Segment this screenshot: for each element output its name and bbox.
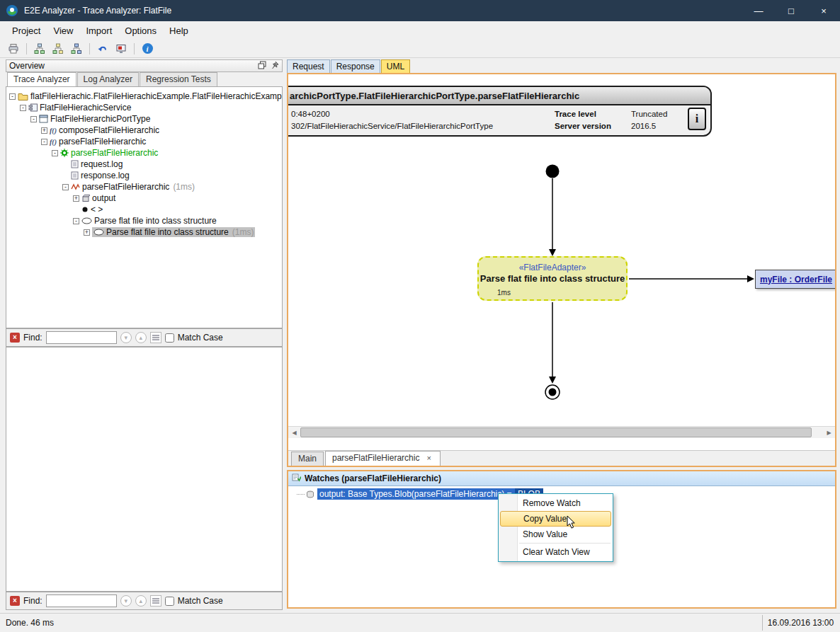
tree-item-parse-action-instance[interactable]: + Parse flat file into class structure (… bbox=[6, 226, 282, 238]
object-node-myfile[interactable]: myFile : OrderFile bbox=[755, 270, 835, 289]
menu-separator bbox=[519, 543, 611, 544]
match-case-checkbox[interactable] bbox=[165, 333, 174, 343]
info-glyph: i bbox=[142, 43, 153, 54]
screen-icon[interactable] bbox=[113, 41, 129, 57]
menu-item-show-value[interactable]: Show Value bbox=[499, 527, 613, 542]
initial-node bbox=[546, 165, 560, 178]
doc-tab-main[interactable]: Main bbox=[291, 452, 324, 466]
activity-node-parse[interactable]: «FlatFileAdapter» Parse flat file into c… bbox=[477, 256, 628, 301]
menu-item-remove-watch[interactable]: Remove Watch bbox=[499, 495, 613, 511]
menu-item-copy-value[interactable]: Copy Value bbox=[500, 511, 611, 527]
trace-overview-icon[interactable] bbox=[32, 41, 47, 57]
overview-panel: Overview Trace Analyzer Log Analyzer Reg… bbox=[6, 59, 283, 611]
app-icon bbox=[6, 4, 18, 17]
tree-item-parse-operation[interactable]: - f() parseFlatFileHierarchic bbox=[6, 136, 282, 147]
uml-diagram-canvas[interactable]: archicPortType.FlatFileHierarchicPortTyp… bbox=[288, 74, 835, 438]
undo-icon[interactable] bbox=[95, 41, 110, 57]
expander-icon[interactable]: - bbox=[62, 184, 69, 190]
tree-item-label: response.log bbox=[81, 171, 130, 180]
print-icon[interactable] bbox=[6, 41, 21, 57]
close-tab-icon[interactable]: × bbox=[424, 453, 433, 463]
doc-tab-parse[interactable]: parseFlatFileHierarchic × bbox=[325, 451, 441, 466]
expander-icon[interactable]: - bbox=[30, 116, 37, 122]
overview-tabs: Trace Analyzer Log Analyzer Regression T… bbox=[6, 72, 283, 86]
tab-uml[interactable]: UML bbox=[381, 59, 410, 73]
scrollbar-thumb[interactable] bbox=[300, 427, 812, 437]
menu-view[interactable]: View bbox=[47, 23, 79, 39]
find-next-icon[interactable]: ▾ bbox=[120, 595, 132, 607]
tree-item-porttype[interactable]: - FlatFileHierarchicPortType bbox=[6, 113, 282, 125]
menu-import[interactable]: Import bbox=[79, 23, 118, 39]
tree-item-label: parseFlatFileHierarchic bbox=[59, 137, 146, 146]
find-prev-icon[interactable]: ▴ bbox=[135, 332, 147, 343]
info-detail-button[interactable]: i bbox=[688, 108, 706, 130]
maximize-button[interactable]: □ bbox=[775, 0, 807, 21]
tree-item-parse-active[interactable]: - parseFlatFileHierarchic bbox=[6, 147, 282, 159]
window-title: E2E Analyzer - Trace Analyzer: FlatFile bbox=[24, 6, 171, 16]
tree-item-label: Parse flat file into class structure bbox=[106, 227, 229, 237]
object-label: myFile : OrderFile bbox=[760, 275, 832, 285]
menu-project[interactable]: Project bbox=[6, 23, 47, 39]
tree-item-compose-operation[interactable]: + f() composeFlatFileHierarchic bbox=[6, 125, 282, 136]
find-input[interactable] bbox=[46, 594, 117, 607]
tree-item-duration: (1ms) bbox=[232, 227, 254, 237]
horizontal-scrollbar[interactable]: ◀ ▶ bbox=[288, 426, 835, 438]
trace-import-icon[interactable] bbox=[50, 41, 66, 57]
scroll-right-icon[interactable]: ▶ bbox=[823, 427, 835, 438]
action-icon bbox=[81, 217, 92, 224]
tree-item-empty-tag[interactable]: < > bbox=[6, 204, 282, 215]
tab-regression-tests[interactable]: Regression Tests bbox=[140, 72, 217, 86]
scroll-left-icon[interactable]: ◀ bbox=[288, 427, 300, 438]
expander-icon[interactable]: + bbox=[41, 127, 47, 134]
status-datetime: 16.09.2016 13:00 bbox=[762, 615, 839, 631]
porttype-icon bbox=[39, 115, 48, 123]
overview-header: Overview bbox=[6, 59, 283, 72]
find-prev-icon[interactable]: ▴ bbox=[135, 595, 147, 607]
tree-item-output[interactable]: + output bbox=[6, 193, 282, 204]
menu-options[interactable]: Options bbox=[118, 23, 163, 39]
menu-item-clear-watch-view[interactable]: Clear Watch View bbox=[499, 544, 613, 560]
float-panel-icon[interactable] bbox=[258, 61, 266, 71]
tree-item-service[interactable]: - FlatFileHierachicService bbox=[6, 102, 282, 113]
expander-icon[interactable]: + bbox=[84, 229, 90, 236]
trace-signal-icon bbox=[71, 183, 80, 191]
trace-level-value: Truncated bbox=[631, 110, 682, 118]
close-button[interactable]: × bbox=[807, 0, 840, 21]
tab-request[interactable]: Request bbox=[287, 59, 330, 73]
tab-trace-analyzer[interactable]: Trace Analyzer bbox=[7, 72, 76, 87]
find-options-icon[interactable] bbox=[150, 332, 161, 343]
match-case-label: Match Case bbox=[178, 596, 223, 606]
tree-item-example-root[interactable]: - flatFileHierachic.FlatFileHierachicExa… bbox=[6, 91, 282, 102]
pin-icon[interactable] bbox=[271, 61, 279, 71]
tab-response[interactable]: Response bbox=[331, 59, 380, 73]
close-find-icon[interactable]: × bbox=[10, 333, 20, 343]
expander-icon[interactable]: - bbox=[41, 139, 47, 145]
close-find-icon[interactable]: × bbox=[10, 596, 20, 606]
title-bar: E2E Analyzer - Trace Analyzer: FlatFile … bbox=[0, 0, 840, 21]
tree-item-response-log[interactable]: response.log bbox=[6, 170, 282, 181]
find-options-icon[interactable] bbox=[150, 595, 161, 607]
expander-icon[interactable]: - bbox=[73, 218, 79, 224]
match-case-checkbox[interactable] bbox=[165, 597, 174, 606]
find-bar-bottom: × Find: ▾ ▴ Match Case bbox=[6, 592, 283, 610]
expander-icon[interactable]: - bbox=[52, 150, 58, 156]
log-view-panel bbox=[6, 347, 283, 592]
tree-item-parse-action[interactable]: - Parse flat file into class structure bbox=[6, 215, 282, 226]
tree-item-duration: (1ms) bbox=[173, 182, 195, 192]
tree-item-parse-trace[interactable]: - parseFlatFileHierarchic (1ms) bbox=[6, 181, 282, 193]
expander-icon[interactable]: - bbox=[20, 105, 26, 111]
trace-info-box: archicPortType.FlatFileHierarchicPortTyp… bbox=[288, 86, 712, 137]
expander-icon[interactable]: - bbox=[9, 93, 16, 100]
menu-help[interactable]: Help bbox=[163, 23, 195, 39]
trace-compare-icon[interactable] bbox=[69, 41, 84, 57]
expander-icon[interactable]: + bbox=[73, 195, 79, 202]
minimize-button[interactable]: — bbox=[742, 0, 775, 21]
find-next-icon[interactable]: ▾ bbox=[120, 332, 132, 343]
final-node bbox=[549, 389, 557, 396]
tree-item-request-log[interactable]: request.log bbox=[6, 159, 282, 170]
find-input[interactable] bbox=[46, 331, 117, 344]
tree-item-label: FlatFileHierarchicPortType bbox=[50, 114, 150, 124]
tab-log-analyzer[interactable]: Log Analyzer bbox=[77, 72, 139, 86]
watch-value-icon bbox=[306, 490, 314, 498]
info-icon[interactable]: i bbox=[140, 41, 155, 57]
